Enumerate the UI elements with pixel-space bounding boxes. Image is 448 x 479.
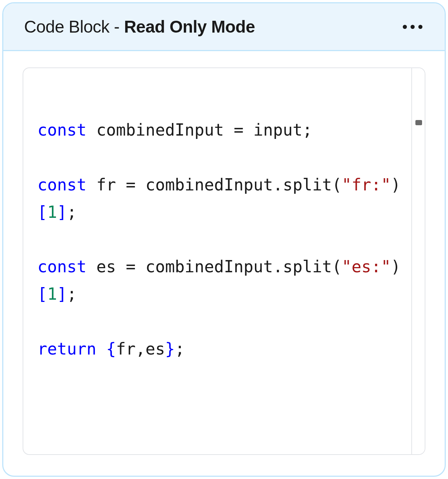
code-content: const combinedInput = input; const fr = … — [23, 68, 411, 454]
code-token — [96, 339, 106, 358]
code-token: ( — [332, 257, 342, 276]
title-prefix: Code Block - — [24, 17, 124, 36]
code-editor: const combinedInput = input; const fr = … — [23, 67, 425, 455]
code-token: fr = combinedInput.split — [86, 175, 332, 194]
code-token: ; — [175, 339, 185, 358]
card-body: const combinedInput = input; const fr = … — [3, 51, 445, 476]
scrollbar-track[interactable] — [411, 68, 425, 454]
code-token: ( — [332, 175, 342, 194]
code-token: ) — [391, 257, 401, 276]
code-token: fr,es — [116, 339, 165, 358]
code-token: es = combinedInput.split — [86, 257, 332, 276]
code-token: ; — [67, 285, 77, 303]
code-token: 1 — [47, 285, 57, 303]
card-title: Code Block - Read Only Mode — [24, 17, 255, 37]
code-token: ] — [57, 285, 67, 303]
code-token: [ — [37, 203, 47, 222]
more-options-button[interactable] — [401, 23, 424, 30]
card-header: Code Block - Read Only Mode — [3, 3, 445, 51]
dots-icon — [418, 25, 422, 29]
code-token: const — [37, 257, 86, 276]
dots-icon — [403, 25, 407, 29]
code-block-card: Code Block - Read Only Mode const combin… — [2, 2, 446, 477]
code-token: ] — [57, 203, 67, 222]
scrollbar-thumb[interactable] — [415, 120, 422, 125]
code-token: ) — [391, 175, 401, 194]
code-token: "fr:" — [342, 175, 391, 194]
code-token: const — [37, 120, 86, 139]
dots-icon — [411, 25, 415, 29]
code-token: } — [165, 339, 175, 358]
code-token: combinedInput = input; — [86, 120, 312, 139]
code-token: "es:" — [342, 257, 391, 276]
code-token: const — [37, 175, 86, 194]
code-token: return — [37, 339, 96, 358]
code-token: { — [106, 339, 116, 358]
title-mode: Read Only Mode — [124, 17, 255, 36]
code-token: 1 — [47, 203, 57, 222]
code-token: [ — [37, 285, 47, 303]
code-token: ; — [67, 203, 77, 222]
